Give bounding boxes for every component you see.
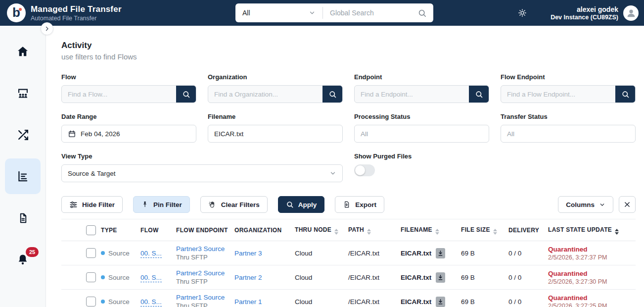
organization-label: Organization — [208, 73, 343, 81]
organization-search-input[interactable] — [208, 86, 322, 102]
state-timestamp: 2/5/2026, 3:27:30 PM — [548, 278, 632, 285]
col-flow: FLOW — [140, 219, 176, 241]
shuffle-icon — [17, 129, 29, 141]
row-checkbox[interactable] — [86, 297, 96, 307]
filter-organization: Organization — [208, 73, 343, 103]
theme-toggle-icon[interactable] — [518, 8, 527, 17]
close-icon — [624, 201, 631, 208]
col-flow-endpoint: FLOW ENDPOINT — [176, 219, 234, 241]
select-all-checkbox[interactable] — [86, 225, 96, 235]
row-type: Source — [108, 250, 130, 257]
flow-endpoint-search-input[interactable] — [501, 86, 615, 102]
columns-button[interactable]: Columns — [558, 196, 613, 213]
search-icon[interactable] — [417, 8, 427, 18]
sidebar-item-flows[interactable] — [5, 117, 41, 153]
notifications-badge: 25 — [26, 247, 39, 257]
filename-input[interactable] — [214, 130, 336, 138]
organization-link[interactable]: Partner 2 — [234, 274, 262, 281]
filter-flow: Flow — [61, 73, 196, 103]
clear-filters-button[interactable]: Clear Filters — [200, 196, 268, 213]
flow-endpoint-link[interactable]: Partner1 Source — [176, 294, 225, 301]
flow-endpoint-label: Flow Endpoint — [501, 73, 636, 81]
col-thru-node[interactable]: THRU NODE — [295, 219, 348, 241]
sidebar-item-notifications[interactable]: 25 — [5, 242, 41, 277]
download-file-icon[interactable] — [436, 248, 445, 258]
endpoint-search-input[interactable] — [355, 86, 469, 102]
organization-link[interactable]: Partner 3 — [234, 250, 262, 257]
filter-transfer-status: Transfer Status All — [501, 113, 636, 143]
chevron-down-icon — [329, 170, 336, 177]
global-search-input[interactable] — [323, 9, 417, 17]
row-checkbox[interactable] — [86, 272, 96, 282]
flow-link[interactable]: 00. S... — [140, 274, 162, 282]
file-size: 69 B — [461, 298, 475, 306]
file-size: 69 B — [461, 250, 475, 257]
sidebar-item-organizations[interactable] — [5, 75, 41, 111]
sidebar-item-activity[interactable] — [5, 158, 41, 194]
sidebar-item-home[interactable] — [5, 34, 41, 69]
hand-icon — [208, 201, 217, 209]
col-filename[interactable]: FILENAME — [401, 219, 461, 241]
date-range-label: Date Range — [61, 113, 196, 120]
source-dot-icon — [101, 275, 105, 279]
flow-search-input[interactable] — [62, 86, 176, 102]
show-purged-toggle[interactable] — [354, 164, 375, 176]
transfer-status-value: All — [507, 130, 514, 138]
hide-filter-button[interactable]: Hide Filter — [61, 196, 123, 213]
download-file-icon[interactable] — [436, 297, 445, 307]
search-scope-select[interactable]: All — [235, 3, 322, 22]
processing-status-label: Processing Status — [354, 113, 489, 120]
user-info[interactable]: alexei godek Dev Instance (CU89ZS) — [551, 5, 618, 21]
view-type-label: View Type — [61, 153, 343, 160]
apply-button[interactable]: Apply — [278, 196, 325, 213]
flow-link[interactable]: 00. S... — [140, 250, 162, 258]
col-file-size[interactable]: FILE SIZE — [461, 219, 508, 241]
transfer-status-input[interactable]: All — [501, 125, 636, 143]
filter-panel: Flow Organization Endpoint — [61, 73, 636, 182]
organization-search-button[interactable] — [322, 86, 342, 102]
sort-icon — [334, 229, 338, 235]
processing-status-input[interactable]: All — [354, 125, 489, 143]
app-brand[interactable]: b Managed File Transfer Automated File T… — [7, 3, 122, 22]
filter-show-purged: Show Purged Files — [354, 153, 489, 182]
organization-link[interactable]: Partner 1 — [234, 298, 262, 306]
flow-search-button[interactable] — [176, 86, 196, 102]
flow-endpoint-link[interactable]: Partner3 Source — [176, 245, 225, 253]
avatar[interactable] — [623, 5, 639, 21]
flow-link[interactable]: 00. S... — [140, 298, 162, 307]
flow-endpoint-sub: Thru SFTP — [176, 254, 230, 261]
pin-filter-button[interactable]: Pin Filter — [133, 196, 190, 213]
col-path[interactable]: PATH — [348, 219, 401, 241]
endpoint-search-button[interactable] — [469, 86, 489, 102]
search-icon — [286, 201, 294, 208]
document-icon — [17, 212, 29, 224]
path: /EICAR.txt — [348, 298, 379, 306]
page-subtitle: use filters to find Flows — [61, 52, 636, 61]
topbar: b Managed File Transfer Automated File T… — [0, 0, 644, 26]
download-file-icon[interactable] — [436, 272, 445, 283]
app-subtitle: Automated File Transfer — [31, 15, 122, 22]
filter-flow-endpoint: Flow Endpoint — [501, 73, 636, 103]
close-panel-button[interactable] — [619, 196, 636, 213]
flow-endpoint-search-button[interactable] — [615, 86, 635, 102]
export-label: Export — [355, 201, 376, 208]
flow-endpoint-link[interactable]: Partner2 Source — [176, 269, 225, 277]
hide-filter-label: Hide Filter — [82, 201, 115, 208]
sidebar-expand-button[interactable] — [41, 22, 53, 35]
filename-label: Filename — [208, 113, 343, 120]
export-button[interactable]: Export — [335, 196, 384, 213]
user-name: alexei godek — [551, 5, 618, 13]
sort-icon — [493, 229, 497, 235]
filter-processing-status: Processing Status All — [354, 113, 489, 143]
flow-endpoint-sub: Thru SFTP — [176, 302, 230, 307]
search-icon — [475, 90, 483, 99]
sidebar-item-logs[interactable] — [5, 200, 41, 236]
source-dot-icon — [101, 251, 105, 255]
pin-filter-label: Pin Filter — [153, 201, 182, 208]
row-checkbox[interactable] — [86, 248, 96, 258]
delivery: 0 / 0 — [508, 274, 521, 281]
date-range-input[interactable]: Feb 04, 2026 — [61, 125, 196, 143]
search-scope-value: All — [242, 9, 250, 17]
col-last-state-update[interactable]: LAST STATE UPDATE — [548, 219, 636, 241]
view-type-select[interactable]: Source & Target — [61, 164, 343, 182]
